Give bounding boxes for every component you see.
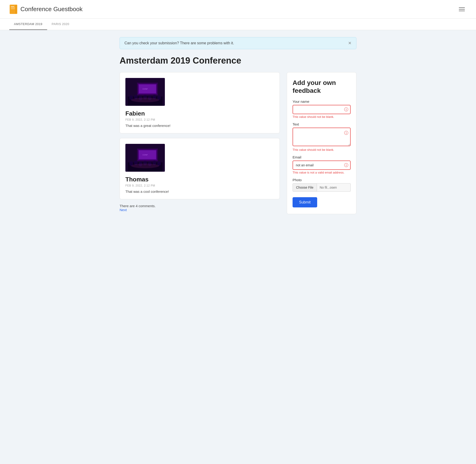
svg-text:CONF: CONF — [143, 154, 148, 156]
svg-rect-4 — [11, 7, 15, 8]
hamburger-line-3 — [459, 11, 465, 11]
tab-amsterdam-2019[interactable]: AMSTERDAM 2019 — [9, 19, 47, 30]
file-input-row: Choose File No fil...osen — [293, 183, 351, 192]
alert-banner: Can you check your submission? There are… — [119, 37, 357, 49]
comment-date: FEB 9, 2022, 2:12 PM — [125, 118, 274, 121]
content-layout: CONF Fabien FEB 9, 20 — [119, 72, 357, 214]
name-label: Your name — [293, 99, 351, 104]
name-input-wrapper: ⓘ — [293, 105, 351, 114]
svg-text:CONF: CONF — [143, 88, 148, 90]
text-error-icon: ⓘ — [344, 131, 348, 135]
comments-footer: There are 4 comments. Next — [119, 204, 280, 212]
comment-author: Thomas — [125, 176, 274, 183]
svg-rect-2 — [10, 5, 16, 13]
feedback-column: Add your own feedback Your name ⓘ This v… — [287, 72, 357, 214]
main-content: Can you check your submission? There are… — [110, 30, 366, 221]
email-input-wrapper: ⓘ — [293, 161, 351, 170]
name-input[interactable] — [293, 105, 351, 114]
svg-point-19 — [131, 98, 159, 102]
brand-icon — [9, 5, 18, 14]
name-error-icon: ⓘ — [344, 107, 348, 112]
name-error-message: This value should not be blank. — [293, 115, 351, 118]
comment-text: That was a great conference! — [125, 124, 274, 128]
comment-image: CONF — [125, 144, 165, 172]
text-field-group: Text ⓘ This value should not be blank. — [293, 122, 351, 152]
brand-title: Conference Guestbook — [20, 6, 82, 13]
email-field-group: Email ⓘ This value is not a valid email … — [293, 155, 351, 174]
text-input-wrapper: ⓘ — [293, 128, 351, 147]
comment-image: CONF — [125, 78, 165, 106]
svg-point-33 — [131, 164, 159, 168]
brand: Conference Guestbook — [9, 5, 82, 14]
comment-date: FEB 9, 2022, 2:12 PM — [125, 184, 274, 187]
email-input[interactable] — [293, 161, 351, 170]
nav-tabs: AMSTERDAM 2019 PARIS 2020 — [0, 19, 476, 30]
text-input[interactable] — [293, 128, 351, 146]
feedback-form-title: Add your own feedback — [293, 79, 351, 94]
tab-paris-2020[interactable]: PARIS 2020 — [47, 19, 74, 30]
photo-field-group: Photo Choose File No fil...osen — [293, 178, 351, 192]
alert-message: Can you check your submission? There are… — [124, 41, 234, 45]
svg-rect-5 — [11, 9, 15, 9]
comment-card: CONF Fabien FEB 9, 20 — [119, 72, 280, 133]
file-name-display: No fil...osen — [317, 183, 351, 192]
svg-rect-3 — [11, 6, 14, 7]
comment-author: Fabien — [125, 110, 274, 117]
choose-file-button[interactable]: Choose File — [293, 183, 317, 192]
email-error-icon: ⓘ — [344, 163, 348, 167]
comment-text: That was a cool conference! — [125, 190, 274, 193]
email-label: Email — [293, 155, 351, 159]
email-error-message: This value is not a valid email address. — [293, 171, 351, 174]
text-label: Text — [293, 122, 351, 126]
submit-button[interactable]: Submit — [293, 197, 317, 207]
alert-close-button[interactable]: ✕ — [348, 41, 352, 45]
comment-card: CONF Thomas FEB 9, 2022, 2:12 PM That w — [119, 138, 280, 199]
feedback-card: Add your own feedback Your name ⓘ This v… — [287, 72, 357, 214]
page-title: Amsterdam 2019 Conference — [119, 56, 357, 66]
hamburger-line-1 — [459, 7, 465, 8]
comments-column: CONF Fabien FEB 9, 20 — [119, 72, 280, 212]
header: Conference Guestbook — [0, 0, 476, 19]
next-link[interactable]: Next — [119, 208, 127, 212]
hamburger-line-2 — [459, 9, 465, 10]
comments-total: There are 4 comments. — [119, 204, 156, 208]
hamburger-button[interactable] — [457, 6, 467, 13]
name-field-group: Your name ⓘ This value should not be bla… — [293, 99, 351, 118]
text-error-message: This value should not be blank. — [293, 148, 351, 152]
photo-label: Photo — [293, 178, 351, 182]
